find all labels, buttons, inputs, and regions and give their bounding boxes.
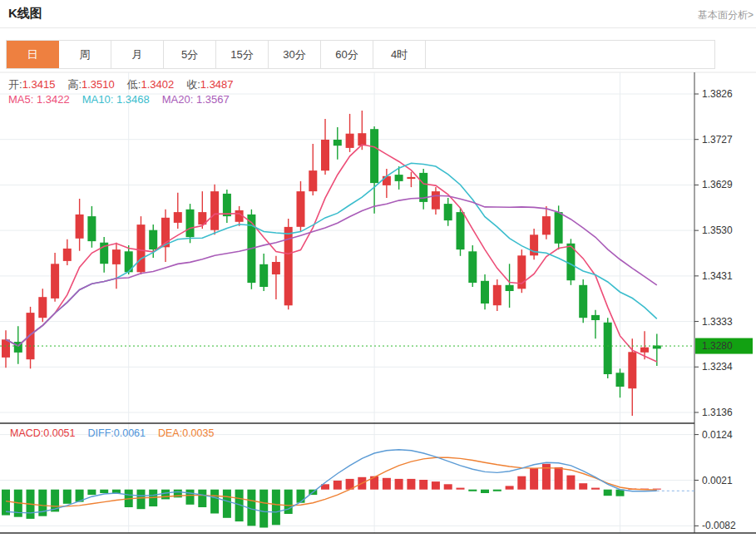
svg-text:1.3727: 1.3727: [702, 134, 733, 146]
svg-text:1.3136: 1.3136: [702, 407, 733, 418]
svg-text:0.0124: 0.0124: [702, 429, 733, 441]
open-value: 开:1.3415: [8, 77, 55, 92]
close-value: 收:1.3487: [186, 77, 233, 92]
svg-text:1.3234: 1.3234: [702, 361, 733, 373]
candles: [2, 111, 661, 416]
svg-text:1.3333: 1.3333: [702, 316, 733, 328]
svg-text:1.3629: 1.3629: [702, 179, 733, 190]
ma-legend: MA5: 1.3422 MA10: 1.3468 MA20: 1.3567: [8, 93, 230, 106]
ma5-value: MA5: 1.3422: [8, 93, 70, 106]
macd-legend: MACD:0.0051 DIFF:0.0061 DEA:0.0035: [10, 427, 214, 439]
svg-text:1.3530: 1.3530: [702, 225, 733, 236]
dea-value: DEA:0.0035: [158, 427, 214, 439]
svg-text:1.3280: 1.3280: [702, 340, 733, 352]
low-value: 低:1.3402: [127, 77, 174, 92]
ohlc-readout: 开:1.3415 高:1.3510 低:1.3402 收:1.3487: [8, 77, 234, 92]
diff-value: DIFF:0.0061: [88, 427, 146, 439]
ma10-value: MA10: 1.3468: [82, 93, 150, 106]
macd-value: MACD:0.0051: [10, 427, 76, 439]
svg-text:0.0021: 0.0021: [702, 475, 733, 486]
svg-text:1.3826: 1.3826: [702, 88, 733, 100]
ma20-value: MA20: 1.3567: [162, 93, 230, 106]
high-value: 高:1.3510: [67, 77, 114, 92]
svg-text:-0.0082: -0.0082: [702, 520, 736, 531]
macd-histogram: [2, 464, 661, 528]
current-price-marker: 1.3280: [0, 338, 753, 354]
svg-text:1.3431: 1.3431: [702, 270, 733, 282]
